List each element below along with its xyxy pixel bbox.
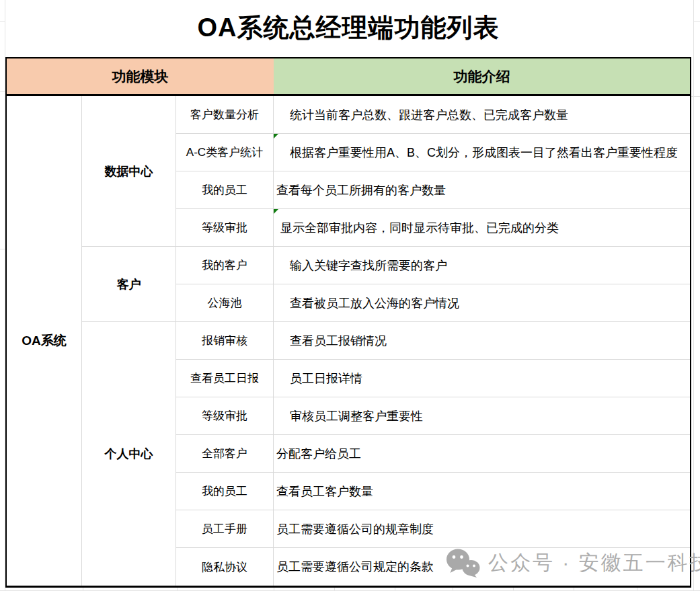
desc-text: 员工日报详情 [290,370,362,387]
desc-text: 查看员工报销情况 [290,333,387,349]
spreadsheet-page: OA系统总经理端功能列表 功能模块 功能介绍 OA系统 数据中心 客户 个人中心… [0,0,700,591]
header-cell-intro: 功能介绍 [274,58,690,94]
desc-text: 查看被员工放入公海的客户情况 [290,295,459,311]
gridline [691,96,700,97]
desc-text: 查看每个员工所拥有的客户数量 [276,182,446,198]
table-body: OA系统 数据中心 客户 个人中心 客户数量分析 统计当前客户总数、跟进客户总数… [7,96,690,586]
desc-cell: 查看每个员工所拥有的客户数量 [274,171,690,209]
gridline [0,91,5,92]
item-cell: 等级审批 [176,397,274,435]
desc-cell: 查看被员工放入公海的客户情况 [274,284,690,322]
desc-cell: 员工需要遵循公司规定的条款 [274,548,690,586]
desc-cell: 分配客户给员工 [274,435,690,473]
desc-text: 员工需要遵循公司规定的条款 [276,559,434,575]
desc-cell: 员工需要遵循公司的规章制度 [274,510,690,548]
gridline [693,21,700,22]
desc-text: 查看员工客户数量 [276,483,373,500]
desc-cell: 输入关键字查找所需要的客户 [274,247,690,284]
item-cell: 员工手册 [176,510,274,548]
gridline [0,21,5,22]
desc-cell: 查看员工客户数量 [274,473,690,510]
desc-text: 统计当前客户总数、跟进客户总数、已完成客户数量 [290,107,568,123]
item-cell: 我的员工 [176,473,274,510]
system-cell: OA系统 [7,96,82,586]
table-header-row: 功能模块 功能介绍 [7,58,690,96]
desc-cell: 员工日报详情 [274,360,690,397]
item-cell: 全部客户 [176,435,274,473]
group-cell-personal-center: 个人中心 [82,322,176,586]
gridline [0,249,5,249]
item-cell: 我的员工 [176,171,274,209]
desc-cell: 审核员工调整客户重要性 [274,397,690,435]
item-cell: 等级审批 [176,209,274,247]
desc-text: 分配客户给员工 [276,446,361,462]
page-title: OA系统总经理端功能列表 [5,0,691,55]
desc-cell: 查看员工报销情况 [274,322,690,360]
desc-cell: 显示全部审批内容，同时显示待审批、已完成的分类 [274,209,690,247]
group-cell-data-center: 数据中心 [82,96,176,247]
desc-text: 输入关键字查找所需要的客户 [290,258,447,274]
item-cell: 客户数量分析 [176,96,274,134]
item-cell: 查看员工日报 [176,360,274,397]
item-cell: A-C类客户统计 [176,134,274,171]
item-cell: 公海池 [176,284,274,322]
item-cell: 报销审核 [176,322,274,360]
feature-table: 功能模块 功能介绍 OA系统 数据中心 客户 个人中心 客户数量分析 统计当前客… [5,57,691,588]
error-marker-icon [274,209,278,214]
desc-text: 审核员工调整客户重要性 [290,408,423,424]
desc-text: 员工需要遵循公司的规章制度 [276,521,434,537]
desc-text: 显示全部审批内容，同时显示待审批、已完成的分类 [280,220,559,236]
header-cell-module: 功能模块 [7,58,274,94]
gridline [693,0,694,591]
desc-cell: 根据客户重要性用A、B、C划分，形成图表一目了然看出客户重要性程度 [274,134,690,171]
desc-text: 根据客户重要性用A、B、C划分，形成图表一目了然看出客户重要性程度 [290,145,678,161]
desc-cell: 统计当前客户总数、跟进客户总数、已完成客户数量 [274,96,690,134]
item-cell: 我的客户 [176,247,274,284]
group-cell-customer: 客户 [82,247,176,322]
error-marker-icon [274,134,278,139]
item-cell: 隐私协议 [176,548,274,586]
